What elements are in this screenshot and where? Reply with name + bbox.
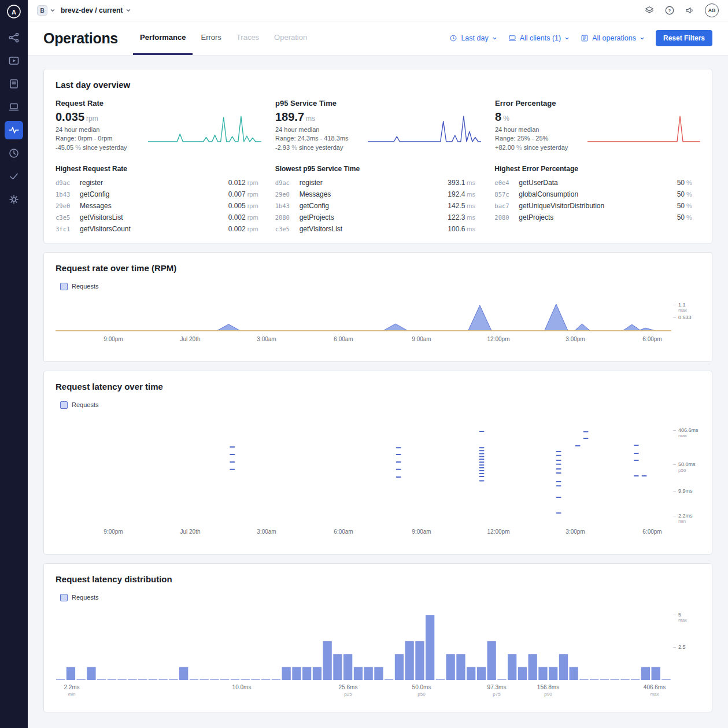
explorer-play-icon[interactable] — [5, 51, 23, 70]
clock-icon[interactable] — [5, 144, 23, 162]
clients-icon — [508, 34, 516, 42]
metric-value: 189.7 — [275, 110, 304, 123]
clients-laptop-icon[interactable] — [5, 98, 23, 116]
org-switcher[interactable]: B — [37, 5, 47, 16]
y-tick-label: 0.533 — [678, 315, 692, 321]
x-tick-label: 3:00am — [257, 336, 276, 342]
metric-median: 24 hour median — [56, 126, 143, 133]
overview-list: Highest Error Percentagee0e4getUserData5… — [494, 165, 700, 235]
operations-pulse-icon[interactable] — [5, 121, 23, 139]
latency-legend[interactable]: Requests — [60, 401, 98, 409]
operation-name: getConfig — [300, 202, 448, 210]
operations-filter-label: All operations — [592, 34, 636, 42]
x-tick-label: 6:00pm — [642, 336, 662, 342]
operation-value: 142.5 — [448, 202, 465, 210]
time-range-filter[interactable]: Last day — [449, 34, 497, 42]
x-tick-label: 9:00am — [412, 529, 431, 535]
y-tick-label: 1.1max — [678, 302, 687, 313]
page-title: Operations — [43, 30, 118, 47]
operations-list-icon — [581, 34, 589, 42]
x-tick-label: 156.8msp90 — [537, 684, 559, 697]
tab-performance[interactable]: Performance — [133, 21, 193, 55]
operation-row[interactable]: bac7getUniqueVisitorDistribution50% — [494, 200, 700, 212]
schema-book-icon[interactable] — [5, 75, 23, 93]
metric-range: Range: 25% - 25% — [495, 135, 583, 142]
metric-median: 24 hour median — [275, 126, 363, 133]
operation-hash: 1b43 — [56, 191, 80, 198]
reset-filters-button[interactable]: Reset Filters — [656, 30, 712, 46]
operation-hash: 857c — [494, 191, 519, 198]
operation-value: 0.002 — [228, 225, 246, 233]
operation-unit: rpm — [247, 202, 261, 209]
metric-unit: % — [503, 114, 509, 123]
x-tick-label: 9:00am — [412, 336, 431, 342]
operation-unit: ms — [467, 179, 481, 186]
user-avatar[interactable]: AG — [705, 3, 719, 17]
metric-label: Request Rate — [56, 99, 261, 108]
chevron-down-icon — [492, 36, 497, 41]
distribution-legend[interactable]: Requests — [60, 594, 98, 601]
operation-hash: 2080 — [494, 214, 519, 221]
settings-gear-icon[interactable] — [5, 190, 23, 209]
svg-text:?: ? — [668, 8, 671, 13]
chevron-down-icon — [564, 36, 570, 41]
help-icon[interactable]: ? — [664, 5, 675, 16]
operation-row[interactable]: d9acregister0.012rpm — [56, 177, 261, 189]
operation-hash: d9ac — [275, 179, 300, 186]
layers-icon[interactable] — [644, 5, 655, 16]
operation-row[interactable]: 2080getProjects50% — [494, 212, 700, 223]
graph-icon[interactable] — [5, 28, 23, 47]
latency-chart[interactable]: 406.6msmax50.0msp509.9ms2.2msmin — [56, 416, 700, 526]
list-title: Highest Request Rate — [56, 165, 261, 173]
overview-card: Last day overview Request Rate 0.035rpm … — [43, 69, 712, 243]
metric-value: 8 — [495, 110, 501, 123]
x-tick-label: 9:00pm — [104, 336, 123, 342]
chevron-down-icon[interactable] — [50, 8, 56, 13]
checks-icon[interactable] — [5, 167, 23, 186]
apollo-logo-icon[interactable]: A — [6, 4, 21, 19]
tab-errors[interactable]: Errors — [194, 21, 228, 55]
operation-name: getUserData — [519, 179, 677, 187]
legend-label: Requests — [72, 283, 98, 290]
legend-swatch-icon — [60, 594, 68, 601]
clients-filter[interactable]: All clients (1) — [508, 34, 570, 42]
operation-value: 100.6 — [448, 225, 465, 233]
y-tick-label: 50.0msp50 — [678, 461, 696, 473]
announcements-megaphone-icon[interactable] — [685, 5, 695, 16]
error-sparkline — [587, 113, 700, 144]
operation-unit: rpm — [247, 226, 261, 232]
operation-value: 393.1 — [448, 179, 465, 187]
operation-row[interactable]: 2080getProjects122.3ms — [275, 212, 481, 223]
tabs: Performance Errors Traces Operation — [133, 21, 314, 55]
operation-unit: ms — [467, 202, 481, 209]
operation-row[interactable]: 29e0Messages192.4ms — [275, 189, 481, 200]
distribution-chart[interactable]: 5max2.5 — [56, 608, 700, 681]
tab-operation: Operation — [267, 21, 314, 55]
metric-delta: -45.05 % since yesterday — [56, 144, 143, 151]
x-tick-label: 2.2msmin — [64, 684, 79, 697]
operation-row[interactable]: 1b43getConfig0.007rpm — [56, 189, 261, 200]
x-tick-label: 6:00pm — [642, 529, 662, 535]
operation-row[interactable]: c3e5getVisitorsList100.6ms — [275, 223, 481, 235]
rpm-legend[interactable]: Requests — [60, 283, 98, 290]
operation-row[interactable]: e0e4getUserData50% — [494, 177, 700, 189]
operation-name: getProjects — [300, 213, 448, 221]
legend-swatch-icon — [60, 401, 68, 409]
metric-delta: -2.93 % since yesterday — [275, 144, 363, 151]
operation-row[interactable]: 3fc1getVisitorsCount0.002rpm — [56, 223, 261, 235]
operation-row[interactable]: 29e0Messages0.005rpm — [56, 200, 261, 212]
operation-row[interactable]: 1b43getConfig142.5ms — [275, 200, 481, 212]
rpm-chart[interactable]: 1.1max0.533 — [56, 297, 700, 333]
y-tick-label: 2.2msmin — [678, 513, 693, 524]
operations-filter[interactable]: All operations — [581, 34, 645, 42]
breadcrumb-label: brevz-dev / current — [61, 6, 123, 14]
operation-name: Messages — [300, 190, 448, 198]
operation-row[interactable]: d9acregister393.1ms — [275, 177, 481, 189]
breadcrumb[interactable]: brevz-dev / current — [61, 6, 131, 14]
metric-label: p95 Service Time — [275, 99, 481, 108]
content: Last day overview Request Rate 0.035rpm … — [28, 56, 728, 728]
operation-row[interactable]: 857cglobalConsumption50% — [494, 189, 700, 200]
operation-unit: ms — [467, 214, 481, 221]
operation-name: getUniqueVisitorDistribution — [519, 202, 677, 210]
operation-row[interactable]: c3e5getVisitorsList0.002rpm — [56, 212, 261, 223]
